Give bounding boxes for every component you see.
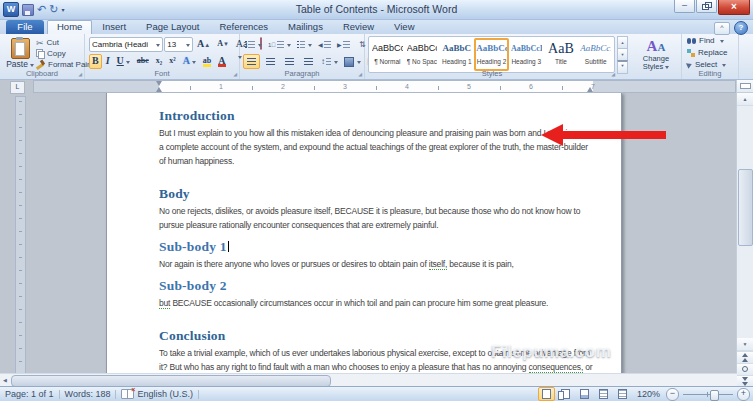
document-area: IntroductionBut I must explain to you ho… [0, 79, 737, 387]
bold-button[interactable]: B [89, 54, 102, 69]
highlight-color-button[interactable]: ab [200, 54, 214, 69]
shading-button[interactable] [342, 54, 363, 69]
first-line-indent-marker[interactable] [156, 81, 162, 86]
replace-button[interactable]: Replace [687, 47, 738, 58]
tab-review[interactable]: Review [333, 20, 384, 34]
style-no-spaci[interactable]: AaBbCcDc¶ No Spaci... [406, 39, 439, 70]
zoom-out-button[interactable]: − [666, 388, 679, 401]
grammar-flagged-text: itself, [429, 259, 447, 270]
align-center-button[interactable] [262, 54, 279, 69]
tab-home[interactable]: Home [47, 20, 92, 34]
style-subtitle[interactable]: AaBbCc.Subtitle [579, 39, 612, 70]
style-sample: AaBbCc [476, 40, 507, 57]
style-heading-3[interactable]: AaBbCcIHeading 3 [510, 39, 543, 70]
help-icon[interactable]: ? [734, 21, 748, 35]
ruler-number: 3 [343, 82, 347, 91]
save-icon[interactable] [22, 4, 34, 16]
underline-button[interactable]: U [114, 54, 133, 69]
scroll-down-icon[interactable]: ▼ [737, 338, 753, 351]
style-label: Title [546, 57, 577, 66]
scroll-up-icon[interactable]: ▲ [737, 93, 753, 106]
multilevel-list-button[interactable] [295, 37, 314, 52]
tab-stop-selector[interactable]: L [10, 81, 25, 94]
bullets-button[interactable] [243, 37, 264, 52]
style-title[interactable]: AaBTitle [545, 39, 578, 70]
strikethrough-button[interactable]: abc [134, 54, 152, 69]
paragraph-group-label: Paragraph [240, 69, 364, 78]
font-name-combo[interactable]: Cambria (Headi [89, 37, 163, 52]
find-button[interactable]: Find [687, 35, 738, 46]
paragraph-dialog-launcher-icon[interactable]: ◢ [358, 72, 362, 77]
shading-icon [344, 57, 354, 67]
proofing-status[interactable]: English (U.S.) [116, 387, 198, 401]
fullscreen-reading-view-button[interactable] [557, 387, 574, 401]
select-browse-object-button[interactable] [737, 363, 753, 375]
change-styles-button[interactable]: AA Change Styles [633, 37, 679, 73]
red-annotation-arrow-icon [541, 124, 666, 146]
style-normal[interactable]: AaBbCcDc¶ Normal [371, 39, 404, 70]
ruler-tick [376, 86, 377, 90]
minimize-button[interactable]: – [674, 0, 695, 13]
styles-dialog-launcher-icon[interactable]: ◢ [611, 72, 615, 77]
grow-font-button[interactable]: A▲ [194, 37, 213, 52]
zoom-slider[interactable] [683, 389, 733, 400]
font-color-button[interactable]: A [215, 54, 228, 69]
style-heading-2[interactable]: AaBbCcHeading 2 [474, 38, 509, 71]
align-right-button[interactable] [281, 54, 298, 69]
ruler-tick [500, 86, 501, 90]
horizontal-ruler[interactable]: 1234567 [33, 80, 736, 93]
heading-sub-body-2: Sub-body 2 [159, 278, 593, 293]
web-layout-icon [580, 389, 589, 399]
shrink-font-button[interactable]: A▼ [214, 37, 232, 52]
paragraph-group: 1⃒ ◀ ▶ ⇅ ¶ ↕ ⊞ Paragraph ◢ [240, 34, 365, 79]
grammar-flagged-text: consequences, [529, 362, 584, 373]
font-size-combo[interactable]: 13 [164, 37, 193, 52]
superscript-button[interactable]: x² [166, 54, 178, 69]
tab-view[interactable]: View [384, 20, 424, 34]
decrease-indent-button[interactable]: ◀ [316, 37, 333, 52]
align-left-button[interactable] [243, 54, 260, 69]
clipboard-dialog-launcher-icon[interactable]: ◢ [78, 72, 82, 77]
numbering-button[interactable]: 1⃒ [266, 37, 293, 52]
hanging-indent-marker[interactable] [156, 87, 162, 92]
horizontal-scrollbar[interactable]: ◀ [0, 373, 737, 387]
outline-view-button[interactable] [595, 387, 612, 401]
word-logo-icon[interactable]: W [3, 2, 19, 17]
redo-icon[interactable]: ↻ [49, 3, 58, 16]
zoom-in-button[interactable]: + [737, 388, 750, 401]
previous-page-button[interactable] [737, 351, 753, 363]
tab-page-layout[interactable]: Page Layout [136, 20, 209, 34]
tab-file[interactable]: File [6, 20, 44, 34]
ribbon-spacer [739, 34, 753, 79]
zoom-slider-knob[interactable] [710, 390, 719, 401]
web-layout-view-button[interactable] [576, 387, 593, 401]
print-layout-view-button[interactable] [538, 387, 555, 401]
restore-button[interactable] [696, 0, 717, 13]
minimize-ribbon-icon[interactable]: ^ [714, 22, 730, 35]
qat-customize-dropdown-icon[interactable]: ▾ [61, 6, 64, 13]
style-heading-1[interactable]: AaBbCHeading 1 [440, 39, 473, 70]
text-effects-button[interactable]: A [180, 54, 199, 69]
word-count[interactable]: Words: 188 [60, 387, 116, 401]
tab-references[interactable]: References [209, 20, 278, 34]
close-button[interactable]: × [718, 0, 750, 15]
draft-view-button[interactable] [614, 387, 631, 401]
zoom-level[interactable]: 120% [633, 389, 664, 399]
line-spacing-button[interactable]: ↕ [319, 54, 340, 69]
scroll-left-icon[interactable]: ◀ [0, 374, 10, 386]
italic-button[interactable]: I [103, 54, 113, 69]
window-controls: – × [673, 0, 750, 15]
tab-insert[interactable]: Insert [92, 20, 136, 34]
page-indicator[interactable]: Page: 1 of 1 [0, 387, 59, 401]
tab-mailings[interactable]: Mailings [278, 20, 333, 34]
vertical-ruler[interactable] [15, 96, 26, 383]
undo-icon[interactable]: ↶ [37, 3, 46, 16]
justify-button[interactable] [300, 54, 317, 69]
vertical-scrollbar[interactable]: ▲ ▼ [736, 79, 753, 387]
ruler-toggle-icon[interactable] [737, 79, 753, 93]
ribbon-tools: ^ ? [714, 21, 748, 35]
subscript-button[interactable]: x₂ [153, 54, 165, 69]
font-dialog-launcher-icon[interactable]: ◢ [233, 72, 237, 77]
increase-indent-button[interactable]: ▶ [335, 37, 352, 52]
vertical-scroll-thumb[interactable] [738, 169, 753, 246]
